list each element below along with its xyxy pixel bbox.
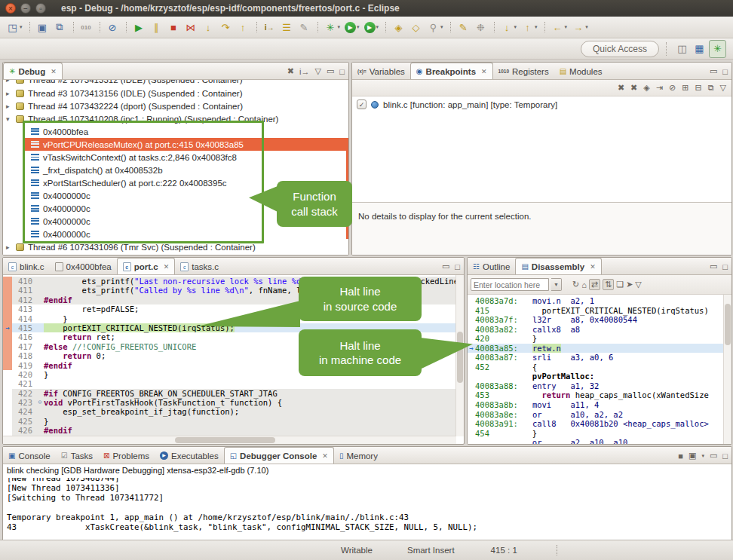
view-menu-icon[interactable]: ▽ — [635, 280, 641, 289]
location-dropdown-icon[interactable]: ▼ — [551, 278, 562, 291]
debug-perspective-icon[interactable]: ✳ — [709, 40, 726, 58]
refresh-view-icon[interactable]: ↻ — [572, 280, 579, 289]
save-all-icon[interactable]: ⧉▾ — [52, 19, 68, 35]
step-into-icon[interactable]: ↓▾ — [201, 19, 216, 35]
close-tab-icon[interactable]: ✕ — [590, 263, 596, 271]
window-close-button[interactable]: × — [5, 3, 16, 14]
debug-icon[interactable]: ✳▾ — [323, 19, 342, 35]
open-resource-icon[interactable]: ◇▾ — [408, 19, 424, 35]
window-minimize-button[interactable]: − — [20, 3, 31, 14]
edit-step-filters-icon[interactable]: ✎▾ — [296, 19, 312, 35]
dropdown-arrow-icon[interactable]: ▾ — [338, 24, 341, 30]
view-tab[interactable]: ⊠ Problems ✕ — [98, 448, 155, 464]
window-maximize-button[interactable]: ▫ — [35, 3, 46, 14]
home-icon[interactable]: ⌂ — [581, 280, 587, 289]
open-type-icon[interactable]: ◈▾ — [391, 19, 406, 35]
sync-with-active-context-icon[interactable]: ⇄ — [589, 279, 600, 290]
binary-view-icon[interactable]: 010▾ — [78, 19, 94, 35]
remove-all-terminated-icon[interactable]: ✖ — [287, 66, 294, 76]
code-line[interactable]: 40083a8b: movi a11, 4 — [468, 400, 724, 410]
forward-icon[interactable]: →▾ — [570, 19, 590, 35]
show-breakpoints-supported-icon[interactable]: ◈ — [643, 83, 649, 93]
expand-toggle-icon[interactable]: ▾ — [6, 115, 16, 123]
disconnect-icon[interactable]: ⋈▾ — [183, 19, 199, 35]
dropdown-arrow-icon[interactable]: ▾ — [376, 24, 379, 30]
breakpoint-checkbox[interactable]: ✓ — [357, 99, 366, 109]
use-step-filters-icon[interactable]: ☰▾ — [279, 19, 295, 35]
editor-tab[interactable]: c port.c ✕ — [117, 258, 176, 274]
view-tab[interactable]: ◉ Breakpoints ✕ — [410, 63, 493, 79]
close-tab-icon[interactable]: ✕ — [481, 68, 487, 75]
console-dropdown-icon[interactable]: ▾ — [701, 453, 704, 459]
maximize-icon[interactable]: □ — [722, 262, 728, 271]
code-line[interactable]: 40083a7f: l32r a8, 0x40080544 — [468, 315, 724, 325]
step-return-icon[interactable]: ↑▾ — [235, 19, 251, 35]
code-line[interactable]: 453 return heap_caps_malloc(xWantedSize — [468, 390, 724, 400]
debug-tree-row[interactable]: ▸ Thread #4 1073432224 (dport) (Suspende… — [3, 99, 348, 112]
minimize-icon[interactable]: ▭ — [710, 262, 717, 271]
minimize-icon[interactable]: ▭ — [327, 66, 334, 76]
instruction-stepping-mode-icon[interactable]: i→ — [299, 67, 309, 76]
code-line[interactable]: 425} — [3, 417, 456, 426]
goto-last-position-icon[interactable]: ↑▾ — [520, 19, 539, 35]
new-wizard-icon[interactable]: ◳▾ — [5, 19, 24, 35]
track-expression-icon[interactable]: ⇅ — [603, 279, 614, 290]
code-line[interactable]: 40083a82: callx8 a8 — [468, 325, 724, 335]
code-line[interactable]: 40083a88: entry a1, 32 — [468, 381, 724, 391]
code-line[interactable]: or a2, a10, a10 — [468, 438, 724, 444]
display-selected-console-icon[interactable]: ▣ — [689, 451, 696, 461]
mark-occurrences-icon[interactable]: ✎▾ — [455, 19, 471, 35]
location-input[interactable] — [471, 278, 549, 291]
terminate-console-icon[interactable]: ■ — [678, 451, 683, 461]
external-tools-icon[interactable]: ▶▾ — [363, 19, 381, 35]
view-tab[interactable]: ◱ Debugger Console ✕ — [224, 447, 334, 464]
step-over-icon[interactable]: ↷▾ — [218, 19, 234, 35]
fold-toggle-icon[interactable]: ⊖ — [36, 398, 44, 407]
code-line[interactable]: 40083a87: srli a3, a0, 6 — [468, 353, 724, 363]
code-line[interactable]: 424 esp_set_breakpoint_if_jtag(function)… — [3, 407, 456, 416]
dropdown-arrow-icon[interactable]: ▾ — [585, 24, 588, 30]
code-line[interactable]: pvPortMalloc: — [468, 372, 724, 381]
view-tab[interactable]: ▣ Console ✕ — [3, 448, 56, 464]
scrollbar-thumb[interactable] — [725, 304, 731, 345]
annotations-icon[interactable]: ❉▾ — [473, 19, 489, 35]
expand-toggle-icon[interactable]: ▸ — [6, 103, 16, 110]
scrollbar-thumb[interactable] — [175, 437, 274, 443]
editor-tab[interactable]: 0x4000bfea ✕ — [50, 259, 117, 274]
remove-breakpoint-icon[interactable]: ✖ — [618, 83, 624, 93]
maximize-icon[interactable]: □ — [722, 451, 728, 461]
dropdown-arrow-icon[interactable]: ▾ — [514, 24, 517, 30]
editor-tab[interactable]: c tasks.c ✕ — [175, 259, 224, 274]
resume-icon[interactable]: ▶▾ — [131, 19, 147, 35]
code-line[interactable]: 422#if CONFIG_FREERTOS_BREAK_ON_SCHEDULE… — [3, 389, 456, 398]
remove-all-breakpoints-icon[interactable]: ✖ — [630, 83, 637, 93]
maximize-icon[interactable]: □ — [722, 67, 728, 76]
last-edit-location-icon[interactable]: ↓▾ — [499, 19, 519, 35]
new-view-icon[interactable]: ❏ — [616, 280, 624, 289]
maximize-icon[interactable]: □ — [455, 262, 460, 271]
code-line[interactable]: 421 — [3, 379, 456, 388]
status-drag-handle[interactable] — [557, 545, 557, 555]
expand-toggle-icon[interactable]: ▸ — [6, 80, 16, 84]
code-line[interactable]: 415 portEXIT_CRITICAL_NESTED(irqStatus) — [468, 306, 724, 316]
view-tab[interactable]: ☑ Tasks ✕ — [56, 448, 98, 464]
scrollbar-thumb[interactable] — [457, 332, 463, 383]
run-icon[interactable]: ▶▾ — [343, 19, 361, 35]
back-icon[interactable]: ←▾ — [550, 19, 569, 35]
dropdown-arrow-icon[interactable]: ▾ — [565, 24, 568, 30]
minimize-icon[interactable]: ▭ — [710, 451, 717, 461]
save-icon[interactable]: ▣▾ — [35, 19, 51, 35]
expand-all-icon[interactable]: ⊞ — [682, 83, 689, 93]
skip-all-breakpoints-icon[interactable]: ⊘ — [669, 83, 676, 93]
view-menu-icon[interactable]: ▽ — [720, 83, 726, 93]
pin-view-icon[interactable]: ➤ — [626, 280, 633, 289]
cpp-perspective-icon[interactable]: ▦ — [692, 41, 707, 57]
code-line[interactable]: 40083a7d: movi.n a2, 1 — [468, 296, 724, 306]
view-tab[interactable]: ▤ Disassembly ✕ — [515, 258, 601, 274]
quick-access-button[interactable]: Quick Access — [581, 41, 659, 57]
tab-debug[interactable]: ✳ Debug ✕ — [3, 63, 63, 79]
maximize-icon[interactable]: □ — [339, 67, 345, 76]
console-output[interactable]: [New Thread 1073468744][New Thread 10734… — [3, 478, 731, 540]
editor-tab[interactable]: c blink.c ✕ — [3, 259, 50, 274]
debug-tree-row[interactable]: ▸ Thread #3 1073413156 (IDLE) (Suspended… — [3, 87, 348, 99]
